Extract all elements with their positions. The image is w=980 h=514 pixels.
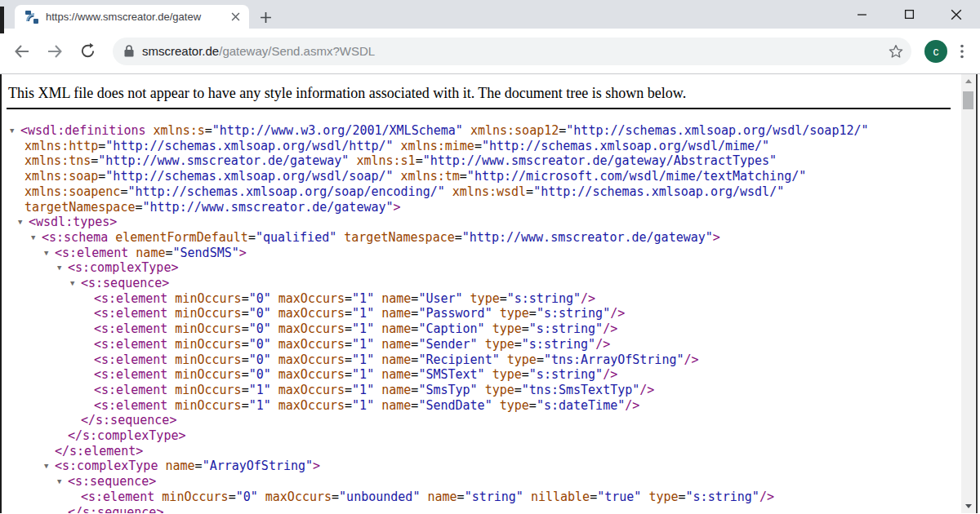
url-path: /gateway/Send.asmx?WSDL [219, 44, 375, 58]
url-text: smscreator.de/gateway/Send.asmx?WSDL [142, 44, 882, 58]
xml-line: xmlns:soap="http://schemas.xmlsoap.org/w… [0, 169, 980, 184]
xml-line: xmlns:http="http://schemas.xmlsoap.org/w… [0, 139, 980, 154]
xml-line: <s:element minOccurs="1" maxOccurs="1" n… [0, 383, 980, 398]
collapse-toggle-icon[interactable]: ▼ [44, 246, 55, 261]
xml-line: ▼<s:complexType name="ArrayOfString"> [0, 459, 980, 474]
browser-window: https://www.smscreator.de/gatew [0, 0, 980, 514]
xml-line: <s:element minOccurs="0" maxOccurs="1" n… [0, 337, 980, 352]
page-content: This XML file does not appear to have an… [0, 74, 980, 513]
back-arrow-icon [13, 42, 31, 60]
window-maximize-icon[interactable] [885, 0, 933, 29]
xml-line: ▼<s:schema elementFormDefault="qualified… [0, 230, 980, 246]
reload-icon [79, 42, 96, 60]
xml-line: ▼<s:complexType> [0, 260, 980, 276]
tab-strip: https://www.smscreator.de/gatew [0, 0, 980, 29]
window-minimize-icon[interactable] [838, 0, 885, 29]
plus-icon [260, 11, 272, 24]
xml-line: ▼<wsdl:types> [0, 215, 980, 230]
tab-title: https://www.smscreator.de/gatew [46, 10, 225, 24]
collapse-toggle-icon[interactable]: ▼ [18, 215, 29, 230]
xml-line: xmlns:soapenc="http://schemas.xmlsoap.or… [0, 184, 980, 200]
xml-line: <s:element minOccurs="0" maxOccurs="1" n… [0, 367, 980, 383]
tab-close-icon[interactable] [228, 10, 243, 24]
window-controls [838, 0, 980, 29]
reload-button[interactable] [74, 38, 101, 65]
xml-line: <s:element minOccurs="0" maxOccurs="1" n… [0, 321, 980, 337]
back-button[interactable] [8, 38, 36, 65]
window-close-icon[interactable] [933, 0, 980, 29]
collapse-toggle-icon[interactable]: ▼ [70, 276, 81, 291]
xml-line: </s:sequence> [0, 505, 980, 513]
scrollbar-thumb[interactable] [963, 91, 973, 109]
new-tab-button[interactable] [255, 7, 276, 28]
window-edge-artifact [0, 7, 4, 33]
xml-line: ▼<s:element name="SendSMS"> [0, 246, 980, 261]
vertical-scrollbar[interactable] [961, 74, 975, 513]
xml-line: </s:complexType> [0, 428, 980, 444]
lock-icon[interactable] [124, 45, 134, 57]
xml-line: ▼<s:sequence> [0, 474, 980, 490]
xml-line: </s:element> [0, 444, 980, 459]
smscreator-logo-icon [24, 10, 39, 24]
xml-line: <s:element minOccurs="0" maxOccurs="unbo… [0, 490, 980, 505]
forward-button[interactable] [41, 38, 69, 65]
xml-line: targetNamespace="http://www.smscreator.d… [0, 200, 980, 215]
collapse-toggle-icon[interactable]: ▼ [57, 260, 68, 276]
browser-toolbar: smscreator.de/gateway/Send.asmx?WSDL c [0, 29, 980, 74]
xml-line: ▼<wsdl:definitions xmlns:s="http://www.w… [0, 123, 980, 139]
scroll-down-icon[interactable] [961, 499, 975, 513]
window-left-border [0, 74, 2, 513]
xml-tree: ▼<wsdl:definitions xmlns:s="http://www.w… [0, 123, 980, 513]
collapse-toggle-icon[interactable]: ▼ [10, 123, 20, 139]
window-right-border [976, 74, 978, 513]
address-bar[interactable]: smscreator.de/gateway/Send.asmx?WSDL [113, 38, 911, 65]
xml-line: </s:sequence> [0, 413, 980, 428]
xml-line: xmlns:tns="http://www.smscreator.de/gate… [0, 153, 980, 169]
xml-line: <s:element minOccurs="1" maxOccurs="1" n… [0, 398, 980, 414]
xml-style-notice: This XML file does not appear to have an… [7, 74, 951, 109]
xml-line: <s:element minOccurs="0" maxOccurs="1" n… [0, 352, 980, 368]
profile-avatar[interactable]: c [924, 40, 947, 63]
bookmark-star-icon[interactable] [889, 44, 903, 59]
xml-line: ▼<s:sequence> [0, 276, 980, 291]
browser-tab[interactable]: https://www.smscreator.de/gatew [15, 5, 249, 29]
collapse-toggle-icon[interactable]: ▼ [57, 474, 68, 490]
collapse-toggle-icon[interactable]: ▼ [31, 230, 42, 246]
three-dot-menu-icon[interactable] [952, 39, 972, 64]
xml-line: <s:element minOccurs="0" maxOccurs="1" n… [0, 291, 980, 307]
forward-arrow-icon [46, 42, 64, 60]
collapse-toggle-icon[interactable]: ▼ [44, 459, 55, 474]
scroll-up-icon[interactable] [961, 74, 975, 88]
url-host: smscreator.de [142, 44, 219, 58]
xml-line: <s:element minOccurs="0" maxOccurs="1" n… [0, 306, 980, 321]
